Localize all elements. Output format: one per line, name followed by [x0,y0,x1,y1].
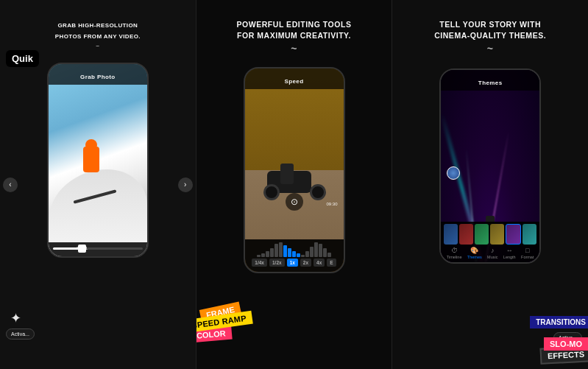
graph-bar-3[interactable] [270,248,274,257]
speed-buttons[interactable]: 1/4x1/2x1x2x4xE [248,259,341,267]
transitions-sticker: TRANSITIONS [530,316,588,328]
figure-body [83,147,99,172]
graph-bar-6[interactable] [283,245,287,257]
speed-btn-1x[interactable]: 1x [287,259,298,267]
themes-avatar [447,166,460,180]
panel-1-heading: GRAB HIGH-RESOLUTION PHOTOS FROM ANY VID… [35,0,161,60]
timeline-thumb[interactable]: 01:21 [78,245,86,253]
theme-nav-label-music: Music [487,255,497,259]
star-icon: ✦ [10,310,21,326]
phone-header-1: Grab Photo [49,64,147,85]
phone-mockup-1: Grab Photo 01:21 [47,63,149,258]
speed-time: 09:30 [326,202,337,206]
panel-2-heading-wrapper: POWERFUL EDITING TOOLS FOR MAXIMUM CREAT… [196,0,392,66]
phone-header-3: Themes [441,70,539,91]
timestamp: 01:21 [77,246,88,250]
graph-bar-5[interactable] [279,242,283,257]
theme-nav-label-format: Format [521,255,534,259]
phone-screen-2: Speed ⊙ 09:30 [245,68,344,272]
bike-rider [280,164,294,184]
theme-thumb-5[interactable] [506,224,521,245]
theme-thumb-4[interactable] [490,224,504,245]
speed-btn-1/2x[interactable]: 1/2x [269,259,285,267]
snowboarder-figure [73,139,110,198]
panel-2-stickers: FRAME SPEED RAMP COLOR [196,299,392,369]
themes-thumbnails[interactable] [444,224,536,245]
graph-bar-7[interactable] [288,248,291,257]
bike-wheel-front [310,184,326,200]
graph-bar-4[interactable] [274,244,278,257]
decorative-squiggle-2: ~ [217,42,372,57]
theme-nav-item-format[interactable]: □Format [521,247,534,259]
slo-mo-sticker: SLO-MO [544,337,588,351]
themes-nav: ⏱Timeline🎨Themes♪Music↔Length□Format [444,247,536,259]
theme-nav-icon-themes: 🎨 [470,247,478,254]
graph-bar-12[interactable] [310,247,314,257]
theme-thumb-2[interactable] [459,224,473,245]
quik-logo: Quik [6,50,39,67]
theme-nav-icon-music: ♪ [491,247,495,254]
decorative-squiggle-3: ~ [413,42,567,57]
phone-bottom-controls-1: 01:21 [49,242,147,256]
themes-bottom-panel: ⏱Timeline🎨Themes♪Music↔Length□Format [441,222,539,262]
theme-nav-item-timeline[interactable]: ⏱Timeline [447,247,462,259]
theme-nav-label-themes: Themes [467,255,482,259]
theme-thumb-1[interactable] [444,224,458,245]
phone-label-2: Speed [284,78,303,85]
phone-screen-3: Themes [441,70,539,262]
phone-label-1: Grab Photo [80,74,116,80]
speed-controls: 1/4x1/2x1x2x4xE [245,239,344,272]
graph-bar-2[interactable] [266,251,269,257]
theme-nav-icon-timeline: ⏱ [451,247,458,254]
panel-3-heading-wrapper: TELL YOUR STORY WITH CINEMA-QUALITY THEM… [392,0,588,66]
timeline-bar[interactable]: 01:21 [53,247,143,250]
panel-themes: TELL YOUR STORY WITH CINEMA-QUALITY THEM… [392,0,588,369]
speed-btn-E[interactable]: E [327,259,336,267]
speed-camera-icon: ⊙ [286,193,303,211]
graph-bar-10[interactable] [301,255,305,257]
theme-nav-item-length[interactable]: ↔Length [503,247,516,259]
graph-bar-14[interactable] [319,244,322,257]
theme-nav-label-length: Length [503,255,516,259]
theme-thumb-3[interactable] [475,224,489,245]
theme-nav-icon-format: □ [525,247,529,254]
phone-label-3: Themes [478,80,503,86]
speed-btn-2x[interactable]: 2x [300,259,311,267]
graph-bar-0[interactable] [257,255,261,257]
decorative-squiggle: ~ [55,42,141,50]
theme-nav-label-timeline: Timeline [447,255,462,259]
speed-btn-1/4x[interactable]: 1/4x [252,259,267,267]
graph-bar-16[interactable] [327,253,331,257]
speed-graph [248,242,341,257]
nav-arrow-left[interactable]: ‹ [3,178,18,192]
snowboarder-image [49,64,147,256]
graph-bar-9[interactable] [297,253,300,257]
panel-3-stickers: 〰 Activa... SLO-MO EFFECTS TRANSITIONS [392,303,588,365]
phone-mockup-2: Speed ⊙ 09:30 [244,67,345,273]
graph-bar-15[interactable] [323,248,327,257]
panel-1-stickers: ✦ Activa... [0,306,196,362]
timeline-progress [53,247,80,250]
graph-bar-13[interactable] [314,242,318,257]
graph-bar-8[interactable] [292,251,296,257]
panel-3-heading-text: TELL YOUR STORY WITH CINEMA-QUALITY THEM… [401,9,579,63]
panel-speed: POWERFUL EDITING TOOLS FOR MAXIMUM CREAT… [196,0,393,369]
activa-label-1: Activa... [6,328,35,340]
graph-bar-1[interactable] [261,253,265,257]
panel-2-heading-text: POWERFUL EDITING TOOLS FOR MAXIMUM CREAT… [205,9,383,63]
panel-grab-photo: Quik GRAB HIGH-RESOLUTION PHOTOS FROM AN… [0,0,196,369]
phone-header-2: Speed [245,68,344,89]
nav-arrow-right[interactable]: › [178,178,193,192]
theme-thumb-6[interactable] [523,224,536,245]
theme-nav-item-themes[interactable]: 🎨Themes [467,247,482,259]
phone-screen-1: Grab Photo 01:21 [49,64,147,256]
phone-mockup-3: Themes [439,68,541,264]
theme-nav-icon-length: ↔ [506,247,513,254]
theme-nav-item-music[interactable]: ♪Music [487,247,497,259]
graph-bar-11[interactable] [305,251,309,257]
bike-wheel-back [263,184,280,200]
panel-1-heading-text: GRAB HIGH-RESOLUTION PHOTOS FROM ANY VID… [43,9,152,57]
speed-btn-4x[interactable]: 4x [314,259,325,267]
